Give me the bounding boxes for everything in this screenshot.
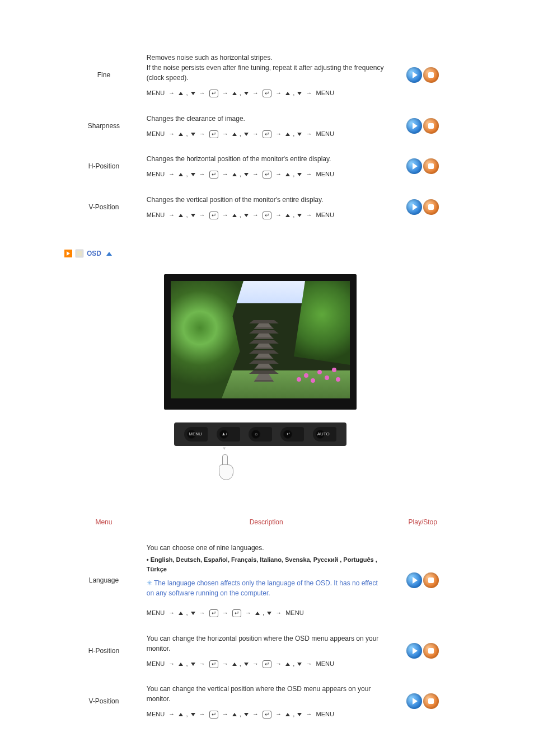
nav-sequence: MENU → , → ↵ → , → ↵ → , → MENU [147,710,386,719]
menu-label-fine: Fine [64,45,143,106]
updown-button[interactable]: ▲/▼ [217,427,240,442]
menu-label-osd-vpos: V-Position [64,676,143,727]
pic-icon [76,250,83,257]
language-note: ✳ The language chosen affects only the l… [147,578,386,598]
desc-text: You can choose one of nine languages. [147,544,264,552]
stop-button[interactable] [423,693,439,709]
play-button[interactable] [406,67,422,83]
table-row: V-Position You can change the vertical p… [64,676,456,727]
menu-label-osd-hpos: H-Position [64,626,143,677]
nav-sequence: MENU → , → ↵ → , → ↵ → , → MENU [147,659,386,669]
header-desc: Description [143,509,390,535]
osd-settings-table: Menu Description Play/Stop Language You … [64,509,456,727]
stop-button[interactable] [423,118,439,134]
play-icon [64,250,72,257]
auto-button[interactable]: AUTO [313,427,336,442]
nav-sequence: MENU → , → ↵ → ↵ → , → MENU [147,608,386,618]
monitor-controls-bar: MENU ▲/▼ ☼ ↵ AUTO [174,422,346,446]
language-list: • English, Deutsch, Español, Français, I… [147,555,386,574]
play-button[interactable] [406,158,422,174]
play-button[interactable] [406,572,422,588]
menu-label-vposition: V-Position [64,187,143,228]
table-row: H-Position You can change the horizontal… [64,626,456,677]
table-row: V-Position Changes the vertical position… [64,187,456,228]
table-header: Menu Description Play/Stop [64,509,456,535]
desc-text: Changes the horizontal position of the m… [147,155,331,163]
play-button[interactable] [406,693,422,709]
scroll-top-icon[interactable] [106,252,112,256]
desc-osd-hpos: You can change the horizontal position w… [143,626,390,677]
hand-cursor-icon [216,454,238,480]
desc-text: You can change the horizontal position w… [147,635,379,652]
menu-label-language: Language [64,535,143,626]
play-button[interactable] [406,199,422,215]
desc-sharpness: Changes the clearance of image. MENU → ,… [143,106,390,147]
table-row: Sharpness Changes the clearance of image… [64,106,456,147]
menu-label-hposition: H-Position [64,146,143,187]
menu-label-sharpness: Sharpness [64,106,143,147]
table-row: Language You can choose one of nine lang… [64,535,456,626]
nav-sequence: MENU → , → ↵ → , → ↵ → , → MENU [147,170,386,179]
desc-text: If the noise persists even after fine tu… [147,64,384,82]
stop-button[interactable] [423,158,439,174]
stop-button[interactable] [423,572,439,588]
nav-sequence: MENU → , → ↵ → , → ↵ → , → MENU [147,88,386,98]
nav-sequence: MENU → , → ↵ → , → ↵ → , → MENU [147,210,386,220]
osd-section-header: OSD [64,250,456,257]
desc-text: Changes the vertical position of the mon… [147,196,324,204]
desc-text: Changes the clearance of image. [147,115,245,123]
stop-button[interactable] [423,67,439,83]
note-text: The language chosen affects only the lan… [147,579,378,597]
stop-button[interactable] [423,199,439,215]
desc-vposition: Changes the vertical position of the mon… [143,187,390,228]
bright-button[interactable]: ☼ [249,427,272,442]
header-play: Play/Stop [389,509,456,535]
menu-button[interactable]: MENU [184,427,208,442]
play-button[interactable] [406,643,422,659]
note-icon: ✳ [147,579,152,587]
osd-label: OSD [87,250,101,257]
table-row: H-Position Changes the horizontal positi… [64,146,456,187]
image-settings-table: Fine Removes noise such as horizontal st… [64,45,456,227]
desc-osd-vpos: You can change the vertical position whe… [143,676,390,727]
desc-hposition: Changes the horizontal position of the m… [143,146,390,187]
desc-text: You can change the vertical position whe… [147,685,371,703]
nav-sequence: MENU → , → ↵ → , → ↵ → , → MENU [147,129,386,139]
play-button[interactable] [406,118,422,134]
enter-button[interactable]: ↵ [280,427,304,442]
desc-language: You can choose one of nine languages. • … [143,535,390,626]
header-menu: Menu [64,509,143,535]
stop-button[interactable] [423,643,439,659]
desc-text: Removes noise such as horizontal stripes… [147,54,273,62]
desc-fine: Removes noise such as horizontal stripes… [143,45,390,106]
table-row: Fine Removes noise such as horizontal st… [64,45,456,106]
monitor-preview [164,274,357,410]
